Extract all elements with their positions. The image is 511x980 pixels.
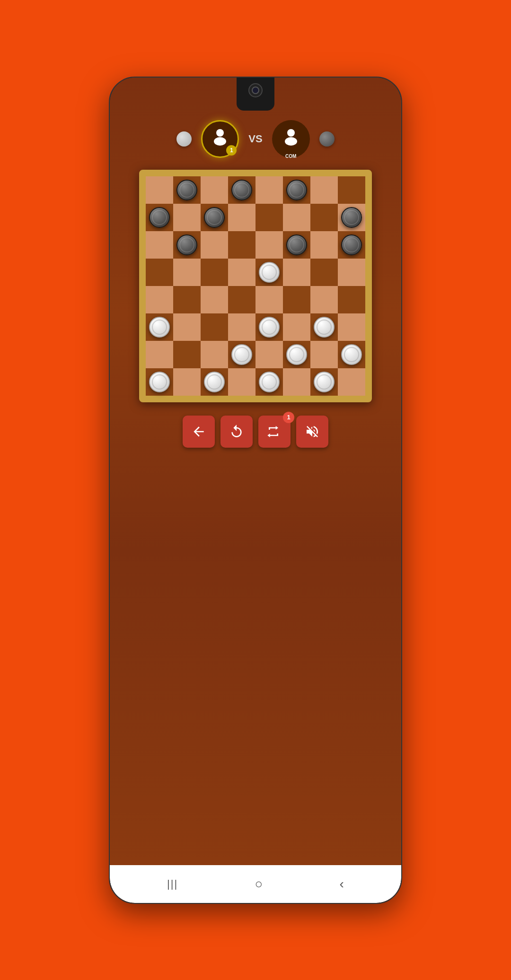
cell-2-1[interactable] xyxy=(173,231,201,259)
checkerboard[interactable] xyxy=(146,176,365,396)
cell-2-0[interactable] xyxy=(146,231,173,259)
cell-7-5[interactable] xyxy=(283,368,310,396)
cell-1-7[interactable] xyxy=(338,204,365,231)
cell-5-6[interactable] xyxy=(310,313,338,341)
checker-black-1-7 xyxy=(341,207,362,228)
cell-2-3[interactable] xyxy=(228,231,256,259)
cell-6-5[interactable] xyxy=(283,341,310,368)
checker-inner-7-4 xyxy=(262,374,277,390)
checker-inner-3-4 xyxy=(262,265,277,280)
cell-3-2[interactable] xyxy=(201,259,228,286)
checker-black-1-0 xyxy=(149,207,170,228)
cell-3-0[interactable] xyxy=(146,259,173,286)
cell-0-7[interactable] xyxy=(338,176,365,204)
board-wrapper xyxy=(139,170,372,402)
checker-white-7-4 xyxy=(259,372,280,392)
checker-inner-0-5 xyxy=(289,182,304,198)
cell-4-1[interactable] xyxy=(173,286,201,313)
cell-0-1[interactable] xyxy=(173,176,201,204)
cell-4-2[interactable] xyxy=(201,286,228,313)
cell-4-3[interactable] xyxy=(228,286,256,313)
cell-7-7[interactable] xyxy=(338,368,365,396)
cell-3-3[interactable] xyxy=(228,259,256,286)
checker-black-2-1 xyxy=(176,234,197,255)
checker-inner-0-3 xyxy=(234,182,249,198)
cell-6-0[interactable] xyxy=(146,341,173,368)
com-label: COM xyxy=(285,154,296,159)
svg-point-0 xyxy=(216,129,224,137)
cell-7-0[interactable] xyxy=(146,368,173,396)
cell-7-4[interactable] xyxy=(256,368,283,396)
cell-0-0[interactable] xyxy=(146,176,173,204)
cell-4-6[interactable] xyxy=(310,286,338,313)
cell-0-2[interactable] xyxy=(201,176,228,204)
checker-inner-6-3 xyxy=(234,347,249,362)
cell-0-3[interactable] xyxy=(228,176,256,204)
back-button[interactable] xyxy=(183,416,215,448)
camera-inner xyxy=(252,87,259,94)
cell-6-1[interactable] xyxy=(173,341,201,368)
cell-3-4[interactable] xyxy=(256,259,283,286)
cell-2-4[interactable] xyxy=(256,231,283,259)
cell-7-6[interactable] xyxy=(310,368,338,396)
checker-white-6-3 xyxy=(231,344,252,365)
wood-background: 1 VS COM xyxy=(110,78,401,865)
cell-4-0[interactable] xyxy=(146,286,173,313)
cell-3-5[interactable] xyxy=(283,259,310,286)
cell-3-7[interactable] xyxy=(338,259,365,286)
cell-7-3[interactable] xyxy=(228,368,256,396)
cell-0-6[interactable] xyxy=(310,176,338,204)
cell-1-1[interactable] xyxy=(173,204,201,231)
cell-6-7[interactable] xyxy=(338,341,365,368)
checker-inner-1-7 xyxy=(344,210,359,225)
cell-2-2[interactable] xyxy=(201,231,228,259)
cell-3-1[interactable] xyxy=(173,259,201,286)
player2-avatar: COM xyxy=(272,120,310,158)
cell-1-4[interactable] xyxy=(256,204,283,231)
checker-white-7-6 xyxy=(314,372,335,392)
checker-white-5-0 xyxy=(149,317,170,338)
cell-5-5[interactable] xyxy=(283,313,310,341)
checker-white-5-4 xyxy=(259,317,280,338)
cell-1-0[interactable] xyxy=(146,204,173,231)
cell-4-5[interactable] xyxy=(283,286,310,313)
svg-point-3 xyxy=(285,137,297,146)
cell-1-5[interactable] xyxy=(283,204,310,231)
player2-piece-indicator xyxy=(319,131,335,147)
cell-4-7[interactable] xyxy=(338,286,365,313)
cell-7-1[interactable] xyxy=(173,368,201,396)
cell-6-4[interactable] xyxy=(256,341,283,368)
back-nav-icon[interactable]: ‹ xyxy=(340,876,344,892)
mute-button[interactable] xyxy=(296,416,328,448)
swap-button[interactable]: 1 xyxy=(258,416,291,448)
home-nav-icon[interactable]: ○ xyxy=(255,876,263,892)
cell-2-6[interactable] xyxy=(310,231,338,259)
cell-5-0[interactable] xyxy=(146,313,173,341)
cell-1-6[interactable] xyxy=(310,204,338,231)
cell-3-6[interactable] xyxy=(310,259,338,286)
checker-inner-0-1 xyxy=(179,182,194,198)
cell-6-2[interactable] xyxy=(201,341,228,368)
cell-1-3[interactable] xyxy=(228,204,256,231)
cell-4-4[interactable] xyxy=(256,286,283,313)
cell-1-2[interactable] xyxy=(201,204,228,231)
checker-white-6-5 xyxy=(286,344,307,365)
cell-5-1[interactable] xyxy=(173,313,201,341)
checker-inner-7-0 xyxy=(152,374,167,390)
cell-5-3[interactable] xyxy=(228,313,256,341)
cell-6-6[interactable] xyxy=(310,341,338,368)
cell-5-2[interactable] xyxy=(201,313,228,341)
nav-bar: ||| ○ ‹ xyxy=(110,865,401,903)
cell-0-4[interactable] xyxy=(256,176,283,204)
menu-nav-icon[interactable]: ||| xyxy=(167,878,178,890)
cell-0-5[interactable] xyxy=(283,176,310,204)
cell-2-5[interactable] xyxy=(283,231,310,259)
phone-frame: 1 VS COM xyxy=(109,77,402,904)
cell-6-3[interactable] xyxy=(228,341,256,368)
swap-badge: 1 xyxy=(283,412,294,423)
restart-button[interactable] xyxy=(220,416,253,448)
cell-7-2[interactable] xyxy=(201,368,228,396)
cell-5-4[interactable] xyxy=(256,313,283,341)
cell-2-7[interactable] xyxy=(338,231,365,259)
cell-5-7[interactable] xyxy=(338,313,365,341)
